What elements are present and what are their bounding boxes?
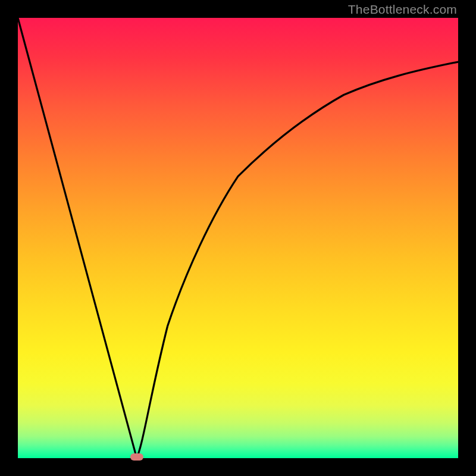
apex-marker	[130, 453, 143, 461]
watermark-text: TheBottleneck.com	[348, 2, 457, 17]
bottleneck-curve	[18, 18, 458, 458]
curve-layer	[18, 18, 458, 458]
plot-area	[18, 18, 458, 458]
chart-frame: TheBottleneck.com	[0, 0, 476, 476]
